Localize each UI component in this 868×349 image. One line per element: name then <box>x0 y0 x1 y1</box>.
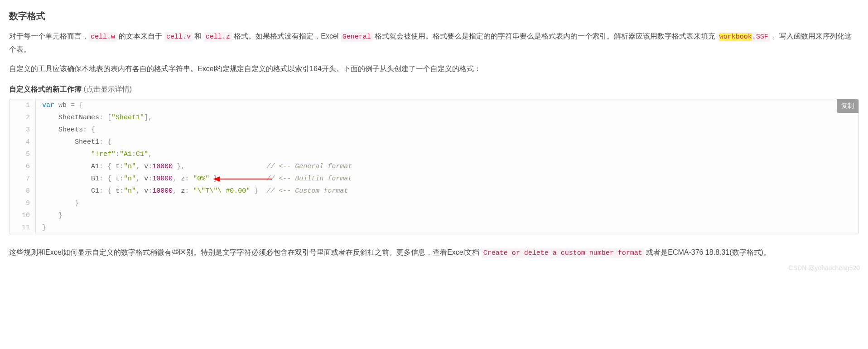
text: .SSF <box>752 33 768 41</box>
punct: : <box>185 187 193 195</box>
string: "0%" <box>193 175 209 183</box>
pad <box>42 175 91 183</box>
prop: v <box>144 187 148 195</box>
code-line: Sheets: { <box>36 124 95 136</box>
prop: t <box>116 163 120 170</box>
text: 对于每一个单元格而言， <box>9 32 89 40</box>
subtitle-bold: 自定义格式的新工作簿 <box>9 85 82 93</box>
prop: SheetNames <box>58 114 99 121</box>
pad <box>42 150 91 158</box>
pad <box>42 126 58 134</box>
prop: t <box>116 187 120 195</box>
string: "n" <box>124 175 136 183</box>
prop: Sheet1 <box>75 138 99 146</box>
line-number: 11 <box>10 222 36 234</box>
string: "A1:C1" <box>120 150 148 158</box>
line-number: 2 <box>10 111 36 124</box>
keyword: var <box>42 102 54 109</box>
pad <box>42 212 58 219</box>
line-number: 10 <box>10 209 36 222</box>
paragraph-2: 自定义的工具应该确保本地表的表内有各自的格式字符串。Excel约定规定自定义的格… <box>9 63 859 75</box>
string: "n" <box>124 187 136 195</box>
line-number: 5 <box>10 148 36 160</box>
text: 这些规则和Excel如何显示自定义的数字格式稍微有些区别。特别是文字字符必须必包… <box>9 248 482 256</box>
prop: v <box>144 163 148 170</box>
code-cell-v: cell.v <box>164 32 193 42</box>
code-line: A1: { t:"n", v:10000 }, // <-- General f… <box>36 160 352 173</box>
code-subtitle[interactable]: 自定义格式的新工作簿 (点击显示详情) <box>9 83 859 95</box>
punct: } <box>58 212 63 219</box>
identifier: wb <box>54 102 71 109</box>
pad <box>42 114 58 121</box>
highlight-workbook: workbook <box>719 33 752 41</box>
punct: }, <box>209 175 222 183</box>
text: 格式。如果格式没有指定，Excel <box>232 32 341 40</box>
string: "!ref" <box>91 150 116 158</box>
punct: , <box>136 175 144 183</box>
punct: = { <box>71 102 83 109</box>
pad <box>222 175 266 183</box>
code-line: "!ref":"A1:C1", <box>36 148 152 160</box>
text: 的文本来自于 <box>117 32 164 40</box>
line-number: 6 <box>10 160 36 173</box>
punct: , <box>136 163 144 170</box>
line-number: 4 <box>10 136 36 148</box>
copy-button[interactable]: 复制 <box>837 99 858 113</box>
line-number: 8 <box>10 185 36 197</box>
line-number: 3 <box>10 124 36 136</box>
line-number: 9 <box>10 197 36 209</box>
code-excel-doc-link: Create or delete a custom number format <box>482 248 644 258</box>
pad <box>42 199 75 207</box>
number: 10000 <box>152 163 173 170</box>
line-number: 1 <box>10 99 36 111</box>
code-line: var wb = { <box>36 99 83 111</box>
punct: : { <box>99 175 116 183</box>
punct: : <box>185 175 193 183</box>
prop: v <box>144 175 148 183</box>
punct: ], <box>144 114 152 121</box>
prop: Sheets <box>58 126 83 134</box>
number: 10000 <box>152 187 173 195</box>
section-heading: 数字格式 <box>9 8 859 24</box>
punct: , <box>173 187 181 195</box>
pad <box>42 163 91 170</box>
punct: : { <box>83 126 95 134</box>
comment: // <-- Builtin format <box>266 175 352 183</box>
punct: : <box>148 175 152 183</box>
code-line: Sheet1: { <box>36 136 111 148</box>
punct: : [ <box>99 114 111 121</box>
punct: : { <box>99 138 111 146</box>
punct: : { <box>99 187 116 195</box>
punct: : <box>148 187 152 195</box>
prop: A1 <box>91 163 99 170</box>
string: "Sheet1" <box>111 114 144 121</box>
prop: B1 <box>91 175 99 183</box>
string: "n" <box>124 163 136 170</box>
code-general: General <box>341 32 373 42</box>
code-cell-z: cell.z <box>204 32 232 42</box>
text: 或者是ECMA-376 18.8.31(数字格式)。 <box>644 248 771 256</box>
code-line: } <box>36 197 79 209</box>
pad <box>185 163 266 170</box>
text: 和 <box>193 32 204 40</box>
pad <box>42 187 91 195</box>
text: 格式就会被使用。格式要么是指定的的字符串要么是格式表内的一个索引。解析器应该用数… <box>373 32 718 40</box>
paragraph-3: 这些规则和Excel如何显示自定义的数字格式稍微有些区别。特别是文字字符必须必包… <box>9 246 859 259</box>
punct: : { <box>99 163 116 170</box>
string: "\"T\"\ #0.00" <box>193 187 250 195</box>
comment: // <-- General format <box>266 163 352 170</box>
punct: : <box>116 150 120 158</box>
punct: : <box>120 163 124 170</box>
punct: : <box>120 175 124 183</box>
punct: : <box>148 163 152 170</box>
code-block: 复制 1 var wb = { 2 SheetNames: ["Sheet1"]… <box>9 99 859 234</box>
prop: z <box>181 175 185 183</box>
punct: } <box>42 224 46 232</box>
code-line: B1: { t:"n", v:10000, z: "0%" }, // <-- … <box>36 173 352 185</box>
line-number: 7 <box>10 173 36 185</box>
punct: : <box>120 187 124 195</box>
pad <box>42 138 75 146</box>
prop: t <box>116 175 120 183</box>
number: 10000 <box>152 175 173 183</box>
punct: , <box>173 175 181 183</box>
